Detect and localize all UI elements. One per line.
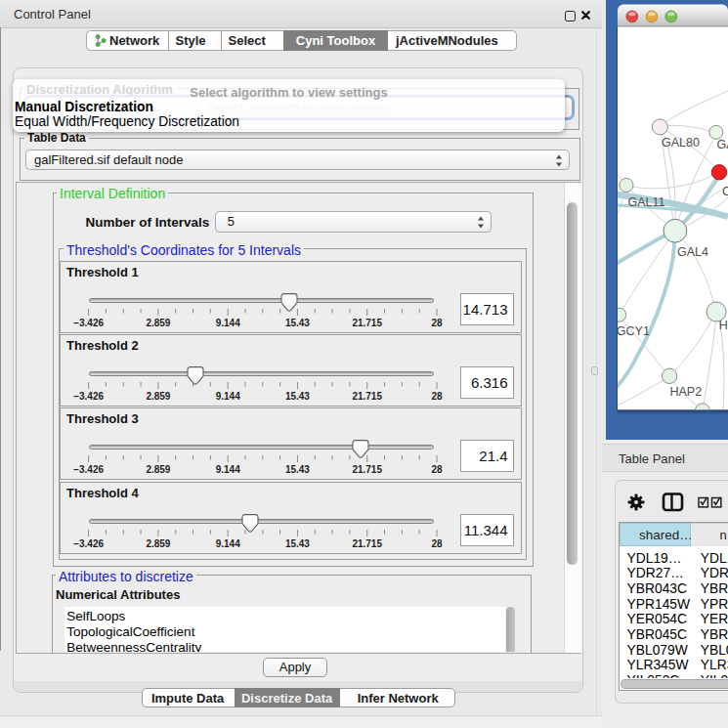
svg-text:HAP2: HAP2 — [670, 385, 703, 399]
svg-text:GAL11: GAL11 — [628, 195, 665, 209]
svg-text:GAL4: GAL4 — [677, 245, 708, 259]
svg-text:GCY1: GCY1 — [617, 324, 650, 338]
svg-text:H: H — [719, 319, 728, 332]
svg-text:GAL80: GAL80 — [662, 136, 700, 150]
svg-text:C: C — [722, 185, 728, 198]
svg-text:GA: GA — [717, 138, 728, 151]
